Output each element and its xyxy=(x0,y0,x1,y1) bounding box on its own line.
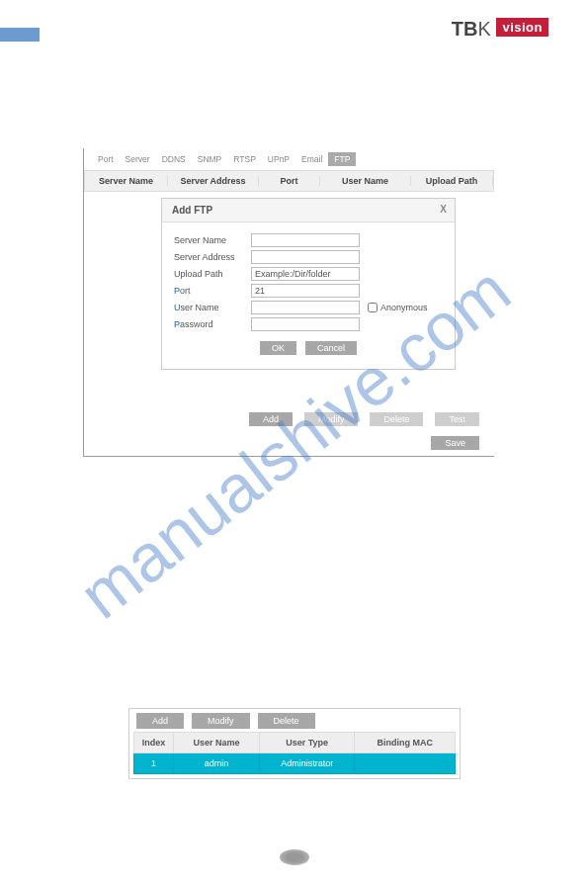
table-header-row: Index User Name User Type Binding MAC xyxy=(134,733,456,753)
user-add-button[interactable]: Add xyxy=(136,713,184,729)
label-server-name: Server Name xyxy=(174,235,251,245)
label-user-name: User Name xyxy=(174,303,251,312)
modify-button[interactable]: Modify xyxy=(304,412,359,426)
user-modify-button[interactable]: Modify xyxy=(192,713,250,729)
tab-bar: Port Server DDNS SNMP RTSP UPnP Email FT… xyxy=(92,152,494,166)
cell-binding xyxy=(355,753,456,774)
input-upload-path[interactable] xyxy=(251,267,360,281)
user-config-panel: Add Modify Delete Index User Name User T… xyxy=(128,708,461,779)
tab-email[interactable]: Email xyxy=(295,152,328,166)
add-button[interactable]: Add xyxy=(249,412,293,426)
add-ftp-dialog: Add FTP X Server Name Server Address Upl… xyxy=(161,198,456,370)
tab-server[interactable]: Server xyxy=(120,152,156,166)
th-server-address: Server Address xyxy=(168,176,259,186)
cell-index: 1 xyxy=(134,753,174,774)
input-port[interactable] xyxy=(251,284,360,298)
dialog-title: Add FTP X xyxy=(162,199,455,222)
input-password[interactable] xyxy=(251,317,360,331)
th-port: Port xyxy=(259,176,320,186)
tab-ddns[interactable]: DDNS xyxy=(156,152,192,166)
tab-port[interactable]: Port xyxy=(92,152,120,166)
close-icon[interactable]: X xyxy=(440,204,447,215)
header-accent xyxy=(0,28,40,42)
user-delete-button[interactable]: Delete xyxy=(258,713,315,729)
th-user-name: User Name xyxy=(320,176,411,186)
delete-button[interactable]: Delete xyxy=(370,412,423,426)
ftp-table-header: Server Name Server Address Port User Nam… xyxy=(84,170,494,192)
th-binding: Binding MAC xyxy=(355,733,456,753)
label-server-address: Server Address xyxy=(174,252,251,262)
input-user-name[interactable] xyxy=(251,301,360,314)
th-index: Index xyxy=(134,733,174,753)
ok-button[interactable]: OK xyxy=(260,341,296,355)
anonymous-checkbox[interactable]: Anonymous xyxy=(368,303,428,312)
label-port: Port xyxy=(174,286,251,296)
label-password: Password xyxy=(174,319,251,329)
tab-upnp[interactable]: UPnP xyxy=(262,152,295,166)
tab-rtsp[interactable]: RTSP xyxy=(227,152,262,166)
ftp-action-bar: Add Modify Delete Test xyxy=(246,412,482,426)
tab-snmp[interactable]: SNMP xyxy=(192,152,228,166)
cell-username: admin xyxy=(174,753,260,774)
ftp-settings-panel: Port Server DDNS SNMP RTSP UPnP Email FT… xyxy=(83,148,494,457)
user-table: Index User Name User Type Binding MAC 1 … xyxy=(133,732,456,774)
page-number-badge xyxy=(280,849,309,865)
cell-usertype: Administrator xyxy=(260,753,355,774)
th-usertype: User Type xyxy=(260,733,355,753)
th-server-name: Server Name xyxy=(85,176,168,186)
brand-logo: TBK vision xyxy=(452,18,548,41)
label-upload-path: Upload Path xyxy=(174,269,251,279)
input-server-address[interactable] xyxy=(251,250,360,264)
save-button[interactable]: Save xyxy=(431,436,479,450)
input-server-name[interactable] xyxy=(251,233,360,247)
tab-ftp[interactable]: FTP xyxy=(328,152,356,166)
test-button[interactable]: Test xyxy=(435,412,479,426)
cancel-button[interactable]: Cancel xyxy=(305,341,357,355)
th-username: User Name xyxy=(174,733,260,753)
table-row[interactable]: 1 admin Administrator xyxy=(134,753,456,774)
th-upload-path: Upload Path xyxy=(411,176,493,186)
